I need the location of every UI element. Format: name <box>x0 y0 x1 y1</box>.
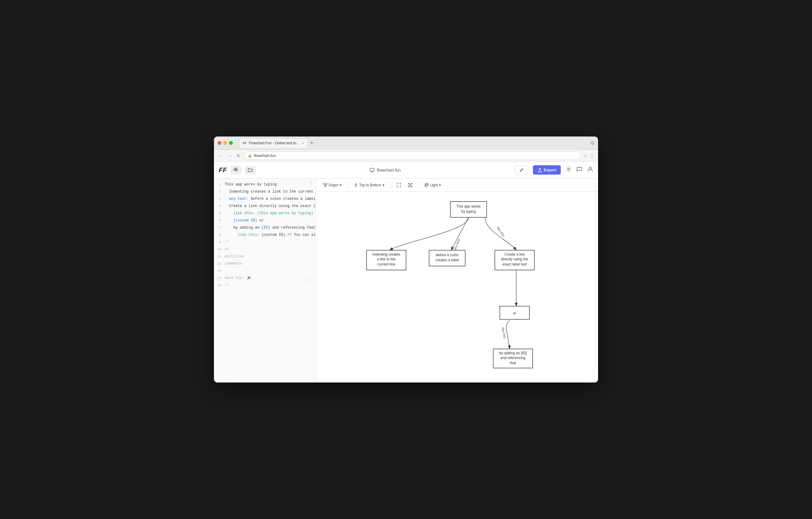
export-icon <box>538 168 542 172</box>
chat-button[interactable] <box>576 166 582 174</box>
code-line-1: 1 This app works by typing <box>214 181 316 188</box>
editor-content[interactable]: ? 1 This app works by typing 2 Indenting… <box>214 178 316 382</box>
svg-point-21 <box>426 184 427 185</box>
diagram-panel: Dagre ▾ Top to Bottom ▾ <box>316 178 598 382</box>
app-header: FF flowchart.fun <box>214 162 598 178</box>
back-button[interactable]: ← <box>218 152 224 159</box>
editor-options-icon[interactable]: ⋮⋮ <box>304 278 313 283</box>
theme-chevron: ▾ <box>439 183 441 187</box>
lock-icon: 🔒 <box>248 153 252 157</box>
svg-text:creates a label: creates a label <box>435 258 459 262</box>
svg-point-12 <box>323 183 325 184</box>
address-bar[interactable]: 🔒 flowchart.fun <box>244 151 581 160</box>
svg-text:that: that <box>510 361 516 365</box>
code-line-13: 13 <box>214 267 316 275</box>
layout-icon <box>323 183 327 187</box>
new-tab-button[interactable]: + <box>309 139 315 147</box>
edge-n1-n4: like this: <box>485 218 516 251</box>
refresh-button[interactable]: ↻ <box>236 152 241 159</box>
folder-icon-button[interactable] <box>245 166 256 174</box>
direction-chevron: ▾ <box>383 183 384 187</box>
svg-point-10 <box>568 168 570 170</box>
expand-button[interactable] <box>406 182 415 189</box>
direction-selector[interactable]: Top to Bottom ▾ <box>351 182 387 189</box>
site-label: flowchart.fun <box>377 168 401 173</box>
tab-close-icon[interactable]: ✕ <box>301 142 304 145</box>
svg-line-16 <box>325 184 326 186</box>
layout-engine-chevron: ▾ <box>340 183 342 187</box>
svg-text:and referencing: and referencing <box>500 356 526 360</box>
url-text: flowchart.fun <box>254 153 276 158</box>
node-or: or <box>500 306 530 319</box>
svg-rect-1 <box>236 168 237 169</box>
browser-window: FF Flowchart Fun - Online text to... ✕ +… <box>214 137 598 382</box>
svg-text:This app works: This app works <box>456 204 481 208</box>
layout-engine-label: Dagre <box>328 183 339 187</box>
edge-n5-n6: like this: <box>501 320 510 349</box>
expand-icon <box>408 183 412 187</box>
svg-text:directly using the: directly using the <box>501 257 528 261</box>
logo-text: FF <box>219 166 227 174</box>
code-line-5: 5 like this: (This app works by typing) <box>214 210 316 217</box>
svg-rect-0 <box>234 169 235 170</box>
toolbar-separator-3 <box>418 182 418 188</box>
fit-button[interactable] <box>394 182 403 189</box>
export-button[interactable]: Export <box>533 165 561 175</box>
code-line-14: 14 Have fun! 🎉 <box>214 275 316 282</box>
code-line-3: 3 any text: before a colon creates a lab… <box>214 195 316 202</box>
nav-bar: ← → ↻ 🔒 flowchart.fun ☆ ⋮ <box>214 150 598 162</box>
settings-button[interactable] <box>566 166 572 174</box>
help-icon[interactable]: ? <box>310 181 312 186</box>
code-line-10: 10 or <box>214 246 316 253</box>
close-button[interactable] <box>218 141 222 145</box>
node-adding-id: by adding an [ID] and referencing that <box>493 349 533 368</box>
svg-text:current line: current line <box>377 262 395 266</box>
code-line-15: 15 */ <box>214 282 316 289</box>
node-indenting: Indenting creates a link to the current … <box>367 250 406 270</box>
svg-point-13 <box>326 183 327 184</box>
node-this-app: This app works by typing <box>451 202 487 218</box>
browser-menu-icon[interactable]: ⋮ <box>590 153 594 158</box>
code-line-11: 11 multiline <box>214 253 316 260</box>
direction-label: Top to Bottom <box>359 183 381 187</box>
fit-icon <box>397 183 401 187</box>
code-line-8: 8 like this: (custom ID) // You can also… <box>214 231 316 238</box>
code-line-2: 2 Indenting creates a link to the curren… <box>214 188 316 195</box>
code-line-6: 6 [custom ID] or <box>214 217 316 224</box>
diagram-toolbar: Dagre ▾ Top to Bottom ▾ <box>316 178 598 192</box>
main-content: ? 1 This app works by typing 2 Indenting… <box>214 178 598 382</box>
editor-panel: ? 1 This app works by typing 2 Indenting… <box>214 178 316 382</box>
tab-area: FF Flowchart Fun - Online text to... ✕ + <box>239 138 315 148</box>
code-line-9: 9 /* <box>214 238 316 246</box>
tab-title: Flowchart Fun - Online text to... <box>249 141 299 145</box>
theme-label: Light <box>430 183 438 187</box>
layout-engine-selector[interactable]: Dagre ▾ <box>321 182 344 189</box>
svg-text:any text:: any text: <box>453 238 461 251</box>
toolbar-separator-2 <box>390 182 391 188</box>
svg-line-3 <box>235 169 236 170</box>
profile-button[interactable] <box>587 166 593 174</box>
logo: FF <box>219 166 227 174</box>
diagram-canvas[interactable]: any text: like this: like this: <box>316 192 598 382</box>
theme-selector[interactable]: Light ▾ <box>422 182 443 189</box>
svg-text:exact label text: exact label text <box>503 262 527 266</box>
code-line-4: 4 Create a link directly using the exact… <box>214 202 316 210</box>
svg-text:by adding an [ID]: by adding an [ID] <box>499 351 527 355</box>
svg-point-20 <box>425 185 426 186</box>
svg-text:like this:: like this: <box>496 226 506 238</box>
edge-n1-n3: any text: <box>451 218 468 251</box>
svg-text:Create a link: Create a link <box>504 252 525 257</box>
maximize-button[interactable] <box>229 141 233 145</box>
svg-text:before a colon: before a colon <box>436 253 459 257</box>
edit-button[interactable] <box>515 166 528 175</box>
active-tab[interactable]: FF Flowchart Fun - Online text to... ✕ <box>239 138 308 148</box>
header-icons <box>566 166 593 174</box>
diagram-icon-button[interactable] <box>230 166 241 174</box>
svg-point-22 <box>427 184 428 184</box>
svg-text:Indenting creates: Indenting creates <box>372 252 400 257</box>
svg-text:or: or <box>513 311 516 315</box>
direction-icon <box>354 183 358 187</box>
minimize-button[interactable] <box>223 141 227 145</box>
bookmark-icon[interactable]: ☆ <box>583 153 587 158</box>
forward-button[interactable]: → <box>227 152 233 159</box>
